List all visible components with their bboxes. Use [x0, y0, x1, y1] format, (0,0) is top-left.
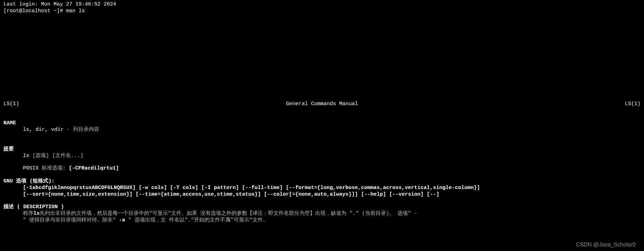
name-commands: ls, dir, vdir [23, 127, 64, 133]
desc-l2-p2: " 选项出现，文 件名以"."开始的文件不属"可显示"文件。 [125, 217, 268, 223]
name-section-content: ls, dir, vdir - 列目录内容 [23, 127, 641, 133]
gnu-options-line1: [-1abcdfgiklmnopqrstuxABCDFGLNQRSUX] [-w… [23, 185, 641, 191]
name-section-header: NAME [3, 120, 641, 127]
posix-options: [-CFRacdilqrtu1] [69, 165, 119, 171]
gnu-options-line2: [--sort={none,time,size,extension}] [--t… [23, 191, 641, 198]
desc-l2-bold: -a [119, 217, 125, 223]
gnu-header-text: 选项 (短格式): [16, 178, 55, 184]
gnu-section-header: GNU 选项 (短格式): [3, 178, 641, 185]
man-page-header: LS(1) General Commands Manual LS(1) [3, 101, 641, 108]
man-header-left: LS(1) [3, 101, 19, 108]
name-separator: - [64, 127, 73, 133]
name-description: 列目录内容 [73, 127, 99, 133]
desc-l2-p1: " 使得目录与非目录项同样对待。除非" [23, 217, 119, 223]
command-input: man ls [66, 8, 85, 14]
synopsis-line1: ls [选项] [文件名...] [23, 153, 641, 159]
desc-l1-bold1: ls [33, 211, 40, 217]
shell-prompt: [root@localhost ~]# [3, 8, 66, 14]
shell-prompt-line[interactable]: [root@localhost ~]# man ls [3, 8, 641, 15]
desc-l1-p2: 先列出非目录的文件项，然后是每一个目录中的"可显示"文件。如果 没有选项之外的参… [40, 211, 417, 217]
description-line2: " 使得目录与非目录项同样对待。除非" -a " 选项出现，文 件名以"."开始… [23, 217, 641, 224]
synopsis-line2: POSIX 标准选项: [-CFRacdilqrtu1] [23, 165, 641, 172]
posix-prefix: POSIX [23, 165, 42, 171]
synopsis-section-header: 提要 [3, 146, 641, 153]
posix-label: 标准选项: [42, 165, 69, 171]
desc-l1-p1: 程序 [23, 211, 33, 217]
description-line1: 程序ls先列出非目录的文件项，然后是每一个目录中的"可显示"文件。如果 没有选项… [23, 211, 641, 217]
synopsis-cmd: ls [23, 153, 29, 159]
man-header-right: LS(1) [625, 101, 641, 108]
login-timestamp-line: Last login: Mon May 27 19:46:52 2024 [3, 1, 641, 8]
synopsis-args: [选项] [文件名...] [29, 153, 83, 159]
man-header-center: General Commands Manual [19, 101, 625, 108]
watermark: CSDN @Java_Scholar0 [576, 241, 636, 248]
gnu-prefix: GNU [3, 178, 16, 184]
description-section-header: 描述 ( DESCRIPTION ) [3, 204, 641, 211]
